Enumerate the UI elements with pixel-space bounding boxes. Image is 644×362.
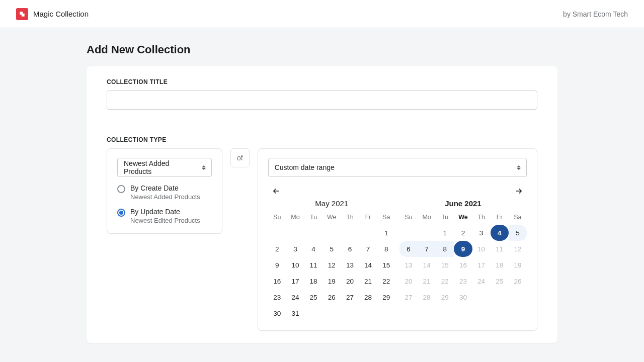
day-cell: 28 xyxy=(418,289,436,305)
day-cell: 13 xyxy=(399,257,418,273)
weekday-label: Sa xyxy=(509,211,527,225)
day-cell: 23 xyxy=(454,273,472,289)
day-cell[interactable]: 9 xyxy=(268,257,286,273)
day-cell[interactable]: 24 xyxy=(286,289,304,305)
day-cell[interactable]: 19 xyxy=(323,273,341,289)
day-cell[interactable]: 5 xyxy=(323,241,341,257)
weekday-label: Fr xyxy=(491,211,509,225)
brand: Magic Collection xyxy=(16,8,89,20)
month-title: May 2021 xyxy=(268,199,395,208)
top-bar: Magic Collection by Smart Ecom Tech xyxy=(0,0,644,28)
product-filter-select[interactable]: Newest Added Products xyxy=(117,158,212,177)
day-cell: 24 xyxy=(472,273,491,289)
collection-type-label: COLLECTION TYPE xyxy=(107,136,537,143)
day-blank xyxy=(286,225,304,241)
date-range-box: Custom date range May 2021SuMoTuWeThFrSa… xyxy=(258,148,537,331)
day-cell[interactable]: 8 xyxy=(377,241,395,257)
day-cell[interactable]: 5 xyxy=(509,225,527,241)
next-month-button[interactable] xyxy=(512,184,526,198)
collection-type-row: Newest Added Products By Create DateNewe… xyxy=(107,148,537,331)
vendor-label: by Smart Ecom Tech xyxy=(563,10,628,18)
day-cell[interactable]: 25 xyxy=(304,289,323,305)
day-cell: 19 xyxy=(509,257,527,273)
calendar-month: May 2021SuMoTuWeThFrSa123456789101112131… xyxy=(268,199,395,321)
day-cell[interactable]: 20 xyxy=(341,273,359,289)
divider xyxy=(87,123,557,123)
day-cell[interactable]: 13 xyxy=(341,257,359,273)
day-cell[interactable]: 12 xyxy=(323,257,341,273)
weekday-label: Th xyxy=(472,211,491,225)
day-cell[interactable]: 30 xyxy=(268,305,286,321)
day-cell[interactable]: 2 xyxy=(454,225,472,241)
day-cell: 10 xyxy=(472,241,491,257)
day-cell[interactable]: 6 xyxy=(399,241,418,257)
day-blank xyxy=(418,225,436,241)
weekday-label: Mo xyxy=(418,211,436,225)
radio-sublabel: Newest Added Products xyxy=(130,193,200,201)
prev-month-button[interactable] xyxy=(269,184,283,198)
collection-title-label: COLLECTION TITLE xyxy=(107,78,537,85)
weekday-label: Tu xyxy=(436,211,454,225)
day-cell[interactable]: 7 xyxy=(418,241,436,257)
day-cell[interactable]: 21 xyxy=(359,273,377,289)
select-caret-icon xyxy=(516,164,521,171)
day-cell[interactable]: 28 xyxy=(359,289,377,305)
select-caret-icon xyxy=(201,164,206,171)
date-mode-selected: Custom date range xyxy=(275,163,335,171)
day-cell[interactable]: 14 xyxy=(359,257,377,273)
day-cell[interactable]: 4 xyxy=(491,225,509,241)
day-cell[interactable]: 6 xyxy=(341,241,359,257)
day-cell[interactable]: 1 xyxy=(436,225,454,241)
weekday-label: Mo xyxy=(286,211,304,225)
day-cell: 12 xyxy=(509,241,527,257)
day-blank xyxy=(359,225,377,241)
radio-option[interactable]: By Update DateNewest Edited Products xyxy=(117,208,212,224)
day-cell[interactable]: 18 xyxy=(304,273,323,289)
radio-sublabel: Newest Edited Products xyxy=(130,217,200,224)
weekday-label: Sa xyxy=(377,211,395,225)
day-cell: 11 xyxy=(491,241,509,257)
day-blank xyxy=(341,225,359,241)
day-cell: 20 xyxy=(399,273,418,289)
day-blank xyxy=(268,225,286,241)
weekday-header: SuMoTuWeThFrSa xyxy=(268,211,395,225)
collection-title-input[interactable] xyxy=(107,90,537,110)
day-cell[interactable]: 26 xyxy=(323,289,341,305)
days-grid: 1234567891011121314151617181920212223242… xyxy=(268,225,395,321)
radio-indicator xyxy=(117,185,125,193)
day-cell: 27 xyxy=(399,289,418,305)
weekday-label: Fr xyxy=(359,211,377,225)
day-cell[interactable]: 11 xyxy=(304,257,323,273)
day-cell[interactable]: 17 xyxy=(286,273,304,289)
calendar-months: May 2021SuMoTuWeThFrSa123456789101112131… xyxy=(268,199,527,321)
radio-indicator xyxy=(117,209,125,217)
weekday-label: We xyxy=(454,211,472,225)
date-basis-radio-group: By Create DateNewest Added ProductsBy Up… xyxy=(117,184,212,224)
content: Add New Collection COLLECTION TITLE COLL… xyxy=(87,28,557,362)
day-cell[interactable]: 9 xyxy=(454,241,472,257)
day-cell[interactable]: 3 xyxy=(472,225,491,241)
radio-option[interactable]: By Create DateNewest Added Products xyxy=(117,184,212,201)
app-logo-icon xyxy=(16,8,28,20)
date-mode-select[interactable]: Custom date range xyxy=(268,158,527,177)
day-cell[interactable]: 10 xyxy=(286,257,304,273)
day-cell: 17 xyxy=(472,257,491,273)
radio-label: By Create Date xyxy=(130,184,200,192)
weekday-label: Su xyxy=(268,211,286,225)
calendar-month: June 2021SuMoTuWeThFrSa12345678910111213… xyxy=(399,199,527,321)
day-blank xyxy=(323,225,341,241)
day-cell[interactable]: 1 xyxy=(377,225,395,241)
day-cell[interactable]: 4 xyxy=(304,241,323,257)
day-cell[interactable]: 29 xyxy=(377,289,395,305)
day-cell[interactable]: 2 xyxy=(268,241,286,257)
day-cell[interactable]: 22 xyxy=(377,273,395,289)
day-cell[interactable]: 16 xyxy=(268,273,286,289)
day-cell[interactable]: 15 xyxy=(377,257,395,273)
day-cell[interactable]: 23 xyxy=(268,289,286,305)
day-cell[interactable]: 7 xyxy=(359,241,377,257)
day-cell[interactable]: 3 xyxy=(286,241,304,257)
day-cell[interactable]: 27 xyxy=(341,289,359,305)
days-grid: 1234567891011121314151617181920212223242… xyxy=(399,225,527,305)
day-cell[interactable]: 31 xyxy=(286,305,304,321)
day-cell[interactable]: 8 xyxy=(436,241,454,257)
